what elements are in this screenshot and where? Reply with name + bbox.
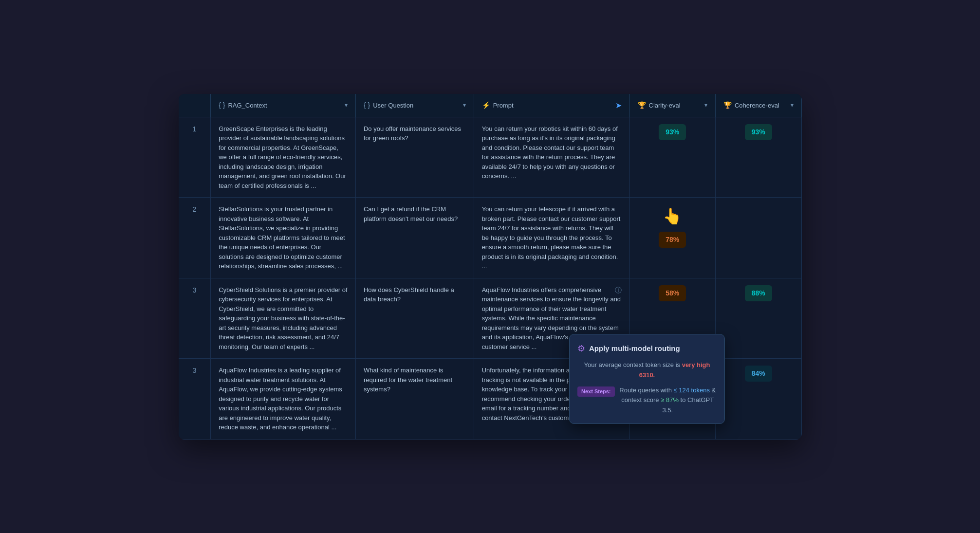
rag-context-cell: AquaFlow Industries is a leading supplie… (211, 359, 356, 440)
coherence-score-badge: 88% (745, 285, 772, 301)
tooltip-header: ⚙ Apply multi-model routing (577, 342, 717, 355)
clarity-dropdown-icon[interactable]: ▾ (704, 102, 707, 109)
col-rag-context-label: RAG_Context (228, 102, 267, 109)
coherence-score-cell: 93% (715, 117, 801, 198)
rag-context-cell: StellarSolutions is your trusted partner… (211, 198, 356, 278)
coherence-trophy-icon: 🏆 (723, 101, 732, 109)
col-prompt: ⚡ Prompt ➤ (474, 94, 629, 117)
token-count: ≤ 124 tokens (674, 386, 710, 394)
table-wrapper: { } RAG_Context ▾ { } User Question ▾ (179, 94, 802, 440)
clarity-trophy-icon: 🏆 (638, 101, 646, 109)
coherence-score-cell: 84% (715, 359, 801, 440)
table-row: 2 StellarSolutions is your trusted partn… (179, 198, 802, 278)
user-question-cell: What kind of maintenance is required for… (355, 359, 474, 440)
user-question-cell: Can I get a refund if the CRM platform d… (355, 198, 474, 278)
score-threshold: ≥ 87% (661, 396, 679, 404)
clarity-score-badge: 93% (659, 124, 686, 140)
col-user-question-label: User Question (373, 102, 413, 109)
data-table: { } RAG_Context ▾ { } User Question ▾ (179, 94, 802, 440)
col-user-question[interactable]: { } User Question ▾ (355, 94, 474, 117)
table-row: 1 GreenScape Enterprises is the leading … (179, 117, 802, 198)
col-coherence-eval[interactable]: 🏆 Coherence-eval ▾ (715, 94, 801, 117)
col-rag-context[interactable]: { } RAG_Context ▾ (211, 94, 356, 117)
coherence-dropdown-icon[interactable]: ▾ (791, 102, 794, 109)
coherence-score-cell: 88% (715, 278, 801, 359)
row-number: 1 (179, 117, 211, 198)
user-question-cell: Do you offer maintenance services for gr… (355, 117, 474, 198)
clarity-score-cell: 👆 78% ⚙ Apply multi-model routing Your a… (629, 198, 715, 278)
click-hand-icon: 👆 (663, 204, 682, 228)
routing-icon: ⚙ (577, 342, 585, 355)
rag-context-dropdown-icon[interactable]: ▾ (345, 102, 348, 109)
next-steps-text: Route queries with ≤ 124 tokens & contex… (619, 386, 717, 416)
rag-context-icon: { } (219, 101, 225, 109)
coherence-score-badge: 93% (745, 124, 772, 140)
clarity-score-badge: 58% (659, 285, 686, 301)
prompt-send-icon[interactable]: ➤ (615, 101, 622, 110)
row-number: 3 (179, 278, 211, 359)
rag-context-cell: CyberShield Solutions is a premier provi… (211, 278, 356, 359)
user-question-dropdown-icon[interactable]: ▾ (463, 102, 466, 109)
prompt-cell: You can return your robotics kit within … (474, 117, 629, 198)
tooltip-next-steps: Next Steps: Route queries with ≤ 124 tok… (577, 386, 717, 416)
user-question-icon: { } (364, 101, 370, 109)
coherence-score-cell (715, 198, 801, 278)
coherence-score-badge: 84% (745, 366, 772, 382)
table-header-row: { } RAG_Context ▾ { } User Question ▾ (179, 94, 802, 117)
tooltip-title: Apply multi-model routing (589, 343, 680, 354)
prompt-cell: You can return your telescope if it arri… (474, 198, 629, 278)
row-number: 2 (179, 198, 211, 278)
prompt-bolt-icon: ⚡ (482, 101, 490, 109)
clarity-score-badge: 78% (659, 232, 686, 248)
col-coherence-eval-label: Coherence-eval (735, 102, 779, 109)
tooltip-body: Your average context token size is very … (577, 360, 717, 381)
col-prompt-label: Prompt (493, 102, 514, 109)
info-icon[interactable]: ⓘ (615, 285, 622, 295)
next-steps-badge: Next Steps: (577, 386, 615, 397)
user-question-cell: How does CyberShield handle a data breac… (355, 278, 474, 359)
col-clarity-eval-label: Clarity-eval (649, 102, 681, 109)
clarity-score-cell: 93% (629, 117, 715, 198)
col-clarity-eval[interactable]: 🏆 Clarity-eval ▾ (629, 94, 715, 117)
rag-context-cell: GreenScape Enterprises is the leading pr… (211, 117, 356, 198)
col-number (179, 94, 211, 117)
multi-model-routing-tooltip: ⚙ Apply multi-model routing Your average… (569, 334, 725, 424)
main-container: { } RAG_Context ▾ { } User Question ▾ (179, 94, 802, 440)
row-number: 3 (179, 359, 211, 440)
